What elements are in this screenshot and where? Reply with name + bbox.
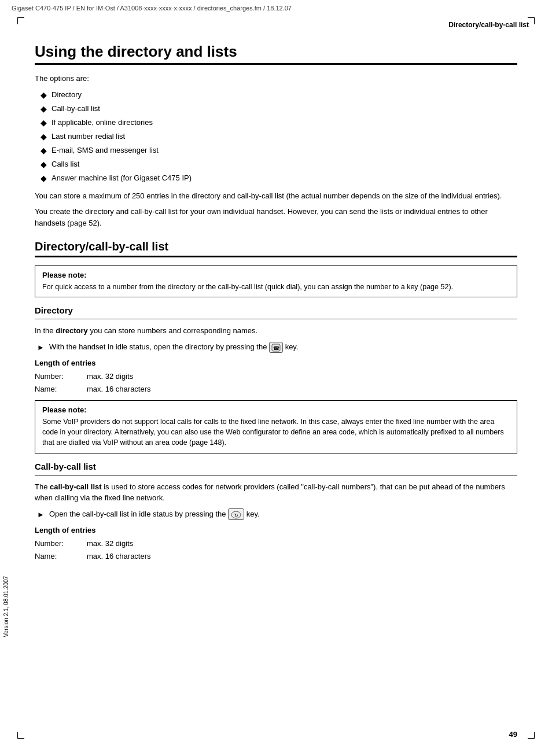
corner-mark-tl-h (17, 17, 24, 18)
list-item-text: If applicable, online directories (51, 117, 153, 128)
directory-arrow-text: With the handset in idle status, open th… (49, 341, 299, 353)
header-bar: Gigaset C470-475 IP / EN for IM-Ost / A3… (0, 0, 552, 14)
number-value: max. 32 digits (87, 371, 517, 382)
name-label: Name: (35, 383, 75, 395)
entry-row-number: Number: max. 32 digits (35, 371, 517, 382)
callbycall-title: Call-by-call list (35, 462, 517, 471)
section-header-right: Directory/call-by-call list (0, 14, 552, 31)
directory-para-rest: you can store numbers and corresponding … (90, 326, 257, 335)
list-item: ◆ Directory (41, 89, 517, 101)
directory-para: In the directory you can store numbers a… (35, 325, 517, 337)
corner-mark-br-v (534, 732, 535, 739)
list-item: ◆ Calls list (41, 158, 517, 171)
corner-mark-bl-v (17, 732, 18, 739)
list-item-text: Calls list (51, 158, 79, 170)
section-header-label: Directory/call-by-call list (448, 21, 529, 29)
callbycall-arrow-item: ► Open the call-by-call list in idle sta… (37, 508, 517, 521)
directory-key-icon: ☎ (269, 342, 283, 353)
list-item: ◆ Call-by-call list (41, 103, 517, 115)
note2-title: Please note: (42, 405, 510, 414)
number-label-2: Number: (35, 538, 75, 550)
number-value-2: max. 32 digits (87, 538, 517, 550)
callbycall-key-icon: ↻ (228, 508, 244, 521)
length-title-2: Length of entries (35, 526, 517, 534)
page-number: 49 (509, 730, 517, 739)
main-title: Using the directory and lists (35, 43, 517, 61)
callbycall-bold: call-by-call list (50, 482, 102, 491)
list-item: ◆ E-mail, SMS and messenger list (41, 145, 517, 157)
diamond-bullet-icon: ◆ (41, 117, 47, 129)
title-rule (35, 63, 517, 65)
list-item: ◆ Last number redial list (41, 131, 517, 143)
para1: You can store a maximum of 250 entries i… (35, 190, 517, 202)
version-label: Version 2.1, 08.01.2007 (3, 576, 9, 637)
list-item-text: Answer machine list (for Gigaset C475 IP… (51, 172, 192, 184)
intro-text: The options are: (35, 73, 517, 84)
note1-text: For quick access to a number from the di… (42, 282, 510, 292)
callbycall-para: The call-by-call list is used to store a… (35, 481, 517, 504)
directory-rule (35, 319, 517, 319)
svg-text:☎: ☎ (273, 345, 279, 351)
directory-title: Directory (35, 305, 517, 315)
callbycall-arrow-text: Open the call-by-call list in idle statu… (49, 508, 260, 521)
list-item-text: E-mail, SMS and messenger list (51, 145, 159, 156)
corner-mark-bl-h (17, 738, 24, 739)
directory-key-suffix: key. (285, 342, 299, 351)
entry-row-number-2: Number: max. 32 digits (35, 538, 517, 550)
diamond-bullet-icon: ◆ (41, 131, 47, 143)
note1-title: Please note: (42, 271, 510, 279)
list-item-text: Directory (51, 89, 82, 101)
note2-text: Some VoIP providers do not support local… (42, 416, 510, 448)
arrow-bullet-icon-2: ► (37, 509, 45, 521)
entries-table-1: Number: max. 32 digits Name: max. 16 cha… (35, 371, 517, 394)
number-label: Number: (35, 371, 75, 382)
list-item: ◆ If applicable, online directories (41, 117, 517, 129)
svg-text:↻: ↻ (234, 512, 238, 518)
note-box-1: Please note: For quick access to a numbe… (35, 265, 517, 297)
corner-mark-tl-v (17, 17, 18, 24)
list-item: ◆ Answer machine list (for Gigaset C475 … (41, 172, 517, 185)
length-title-1: Length of entries (35, 359, 517, 367)
section2-title: Directory/call-by-call list (35, 240, 517, 253)
page-wrapper: Gigaset C470-475 IP / EN for IM-Ost / A3… (0, 0, 552, 756)
entry-row-name: Name: max. 16 characters (35, 383, 517, 395)
bullet-list: ◆ Directory ◆ Call-by-call list ◆ If app… (41, 89, 517, 185)
arrow-bullet-icon: ► (37, 342, 45, 353)
callbycall-key-suffix: key. (246, 510, 260, 518)
list-item-text: Call-by-call list (51, 103, 100, 115)
name-value: max. 16 characters (87, 383, 517, 395)
entries-table-2: Number: max. 32 digits Name: max. 16 cha… (35, 538, 517, 562)
diamond-bullet-icon: ◆ (41, 103, 47, 115)
list-item-text: Last number redial list (51, 131, 125, 142)
callbycall-rule (35, 475, 517, 475)
directory-arrow-item: ► With the handset in idle status, open … (37, 341, 517, 353)
content-area: Using the directory and lists The option… (0, 31, 552, 591)
diamond-bullet-icon: ◆ (41, 145, 47, 157)
diamond-bullet-icon: ◆ (41, 89, 47, 101)
corner-mark-tr-v (534, 17, 535, 24)
name-value-2: max. 16 characters (87, 551, 517, 562)
directory-bold: directory (56, 326, 88, 335)
diamond-bullet-icon: ◆ (41, 172, 47, 185)
diamond-bullet-icon: ◆ (41, 158, 47, 171)
section2-rule (35, 256, 517, 257)
para2: You create the directory and call-by-cal… (35, 206, 517, 228)
note-box-2: Please note: Some VoIP providers do not … (35, 400, 517, 453)
header-path: Gigaset C470-475 IP / EN for IM-Ost / A3… (12, 5, 292, 12)
name-label-2: Name: (35, 551, 75, 562)
entry-row-name-2: Name: max. 16 characters (35, 551, 517, 562)
